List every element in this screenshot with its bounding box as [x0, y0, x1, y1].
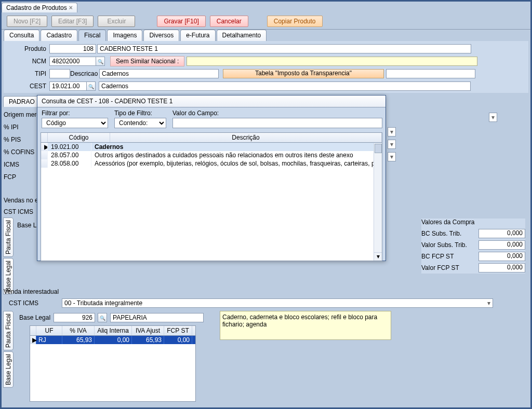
window-title: Cadastro de Produtos: [6, 4, 67, 11]
cest-desc: Cadernos: [99, 81, 471, 91]
sem-similar-field[interactable]: [187, 57, 477, 66]
cell-desc: Outros artigos destinados a cuidados pes…: [91, 151, 382, 159]
valor-fcp-lbl: Valor FCP ST: [421, 264, 459, 271]
produto-id: 108: [49, 44, 96, 53]
cell-desc: Acessórios (por exemplo, bijuterias, rel…: [91, 159, 382, 168]
col-codigo[interactable]: Código: [48, 133, 110, 142]
tipi-desc: Cadernos: [99, 69, 219, 78]
produto-desc: CADERNO TESTE 1: [97, 44, 471, 53]
dropdown-ipi[interactable]: [388, 127, 396, 137]
chevron-down-icon: [487, 299, 490, 307]
ncm-label: NCM: [4, 58, 49, 65]
produto-label: Produto: [4, 45, 49, 52]
col-iva: % IVA: [62, 326, 95, 335]
base-legal-lbl: Base Legal: [19, 314, 50, 321]
copiar-button[interactable]: Copiar Produto: [267, 16, 323, 27]
valores-title: Valores da Compra: [421, 219, 525, 226]
valor-subs-input[interactable]: 0,000: [478, 240, 525, 250]
lbl-csticms: CST ICMS: [4, 206, 42, 217]
inter-title: Venda interestadual: [4, 288, 528, 295]
search-icon: [98, 58, 103, 65]
col-uf: UF: [36, 326, 62, 335]
cancelar-button[interactable]: Cancelar: [210, 16, 248, 27]
ncm-input[interactable]: 48202000: [49, 57, 96, 66]
cell-aliq: 0,00: [95, 336, 132, 344]
cest-lookup-modal: Consulta de CEST - 108 - CADERNO TESTE 1…: [37, 95, 386, 261]
cest-list: Código Descrição ▶ 19.021.00 Cadernos 28…: [41, 132, 382, 261]
bc-fcp-lbl: BC FCP ST: [421, 253, 454, 260]
col-aliq: Aliq Interna: [95, 326, 132, 335]
ncm-lookup-button[interactable]: [96, 57, 105, 66]
modal-title: Consulta de CEST - 108 - CADERNO TESTE 1: [37, 96, 385, 107]
tab-imagens[interactable]: Imagens: [107, 30, 142, 41]
base-legal-desc: PAPELARIA: [110, 313, 204, 322]
bc-subs-lbl: BC Subs. Trib.: [421, 230, 461, 237]
memo-field[interactable]: Caderno, caderneta e bloco escolares; re…: [220, 311, 391, 340]
base-legal-num[interactable]: 926: [54, 313, 95, 322]
tabela-transparencia-button[interactable]: Tabela "Imposto da Transparencia": [223, 69, 384, 78]
close-tab-icon[interactable]: ×: [69, 4, 73, 11]
valores-compra: Valores da Compra BC Subs. Trib.0,000 Va…: [421, 219, 525, 274]
list-item[interactable]: 28.057.00 Outros artigos destinados a cu…: [41, 151, 382, 159]
cell-codigo: 28.058.00: [48, 159, 91, 168]
tab-cadastro[interactable]: Cadastro: [41, 30, 77, 41]
cell-desc: Cadernos: [91, 143, 382, 151]
editar-button[interactable]: Editar [F3]: [51, 16, 94, 27]
cest-lookup-button[interactable]: [86, 81, 96, 91]
tab-diversos[interactable]: Diversos: [143, 30, 179, 41]
dropdown-origem[interactable]: [489, 113, 497, 122]
filtrar-por-label: Filtrar por:: [42, 110, 108, 117]
tab-padrao[interactable]: PADRAO: [3, 96, 41, 107]
cst-icms-select[interactable]: 00 - Tributada integralmente: [62, 298, 493, 308]
cell-uf: RJ: [36, 336, 62, 344]
cell-iva: 65,93: [62, 336, 95, 344]
tipo-filtro-select[interactable]: Contendo:: [114, 118, 166, 128]
novo-button[interactable]: Novo [F2]: [7, 16, 47, 27]
cest-input[interactable]: 19.021.00: [49, 81, 87, 91]
valor-fcp-input[interactable]: 0,000: [478, 263, 525, 272]
col-descricao[interactable]: Descrição: [110, 133, 382, 142]
search-icon: [100, 314, 105, 321]
tipo-filtro-label: Tipo de Filtro:: [114, 110, 166, 117]
tabela-result-field: [386, 69, 475, 78]
vtab-baselegal-2[interactable]: Base Legal: [3, 351, 14, 388]
uf-grid: UF % IVA Aliq Interna IVA Ajust FCP ST ▶…: [30, 325, 196, 402]
bc-fcp-input[interactable]: 0,000: [478, 252, 525, 261]
window-tab[interactable]: Cadastro de Produtos ×: [2, 3, 77, 12]
cell-ivaajust: 65,93: [132, 336, 164, 344]
scroll-thumb[interactable]: [375, 144, 382, 153]
sem-similar-button[interactable]: Sem Similar Nacional :: [110, 56, 184, 66]
vendas-header: Vendas no es: [4, 195, 42, 206]
tab-consulta[interactable]: Consulta: [4, 30, 39, 41]
search-icon: [88, 83, 94, 90]
col-fcpst: FCP ST: [164, 326, 192, 335]
gravar-button[interactable]: Gravar [F10]: [157, 16, 205, 27]
venda-interestadual: Venda interestadual CST ICMS 00 - Tribut…: [4, 288, 528, 402]
cest-label: CEST: [4, 83, 49, 90]
valor-campo-input[interactable]: [172, 118, 382, 128]
subtabs: Consulta Cadastro Fiscal Imagens Diverso…: [4, 30, 528, 41]
cell-codigo: 19.021.00: [48, 143, 91, 151]
bc-subs-input[interactable]: 0,000: [478, 229, 525, 238]
excluir-button[interactable]: Excluir: [98, 16, 135, 27]
table-row[interactable]: ▶ RJ 65,93 0,00 65,93 0,00: [30, 336, 195, 344]
valor-campo-label: Valor do Campo:: [172, 110, 382, 117]
col-ivaajust: IVA Ajust: [132, 326, 164, 335]
vtab-pautafiscal-2[interactable]: Pauta Fiscal: [3, 311, 14, 350]
dropdown-cofins[interactable]: [388, 152, 396, 161]
dropdown-pis[interactable]: [388, 140, 396, 149]
scrollbar[interactable]: ▾: [374, 143, 382, 261]
tab-efutura[interactable]: e-Futura: [180, 30, 215, 41]
tipi-input[interactable]: [49, 69, 70, 78]
list-item[interactable]: ▶ 19.021.00 Cadernos: [41, 143, 382, 151]
scroll-down-icon[interactable]: ▾: [374, 252, 382, 261]
tab-detalhamento[interactable]: Detalhamento: [217, 30, 267, 41]
tab-fiscal[interactable]: Fiscal: [78, 30, 106, 41]
vtab-pautafiscal-1[interactable]: Pauta Fiscal: [3, 217, 14, 257]
base-legal-lookup[interactable]: [98, 313, 107, 322]
list-item[interactable]: 28.058.00 Acessórios (por exemplo, bijut…: [41, 159, 382, 168]
filtrar-por-select[interactable]: Código: [42, 118, 108, 128]
cell-fcpst: 0,00: [164, 336, 192, 344]
cst-icms-value: 00 - Tributada integralmente: [64, 299, 142, 307]
descricao-label: Descricao: [70, 70, 99, 77]
